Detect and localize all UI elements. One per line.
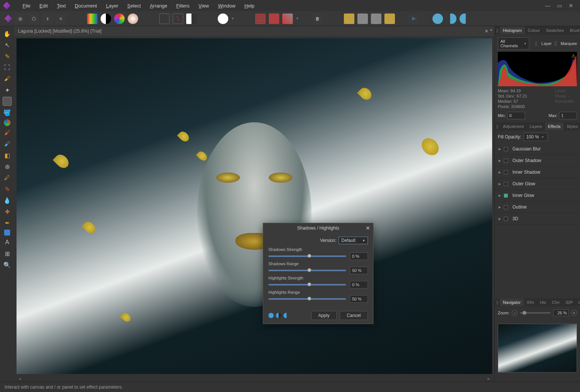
toolbar-boolean-sub-icon[interactable] bbox=[446, 14, 456, 24]
effect-checkbox[interactable] bbox=[504, 159, 508, 163]
tab-xfm[interactable]: Xfm bbox=[524, 299, 537, 306]
menu-layer[interactable]: Layer bbox=[101, 1, 123, 11]
version-dropdown[interactable]: Default▼ bbox=[339, 237, 368, 244]
effect-row-outer-glow[interactable]: ▶Outer Glow bbox=[495, 178, 580, 190]
slider-value-input[interactable] bbox=[350, 267, 368, 274]
tab-brushes[interactable]: Brushes bbox=[567, 27, 580, 34]
healing-tool-icon[interactable]: ✚ bbox=[3, 207, 12, 216]
slider-track[interactable] bbox=[268, 298, 346, 300]
fill-opacity-dropdown[interactable]: 100 %▼ bbox=[524, 133, 548, 141]
document-tab[interactable]: Laguna [Locked] [Modified] (25.8%) [Tria… bbox=[14, 26, 494, 36]
tab-his[interactable]: His bbox=[537, 299, 549, 306]
toolbar-gradient-icon[interactable] bbox=[87, 14, 98, 24]
crop-tool-icon[interactable]: ⛶ bbox=[3, 63, 12, 72]
canvas[interactable] bbox=[17, 38, 492, 374]
tab-navigator[interactable]: Navigator bbox=[500, 299, 524, 306]
toolbar-snap-dropdown[interactable]: ▼ bbox=[296, 17, 299, 20]
tab-histogram[interactable]: Histogram bbox=[500, 27, 525, 34]
max-input[interactable] bbox=[559, 112, 577, 119]
color-picker-tool-icon[interactable]: ✎ bbox=[3, 52, 12, 61]
toolbar-boolean-add-icon[interactable] bbox=[432, 14, 443, 24]
zoom-out-button[interactable]: − bbox=[512, 310, 518, 316]
slider-value-input[interactable] bbox=[350, 252, 368, 260]
horizontal-scrollbar[interactable] bbox=[17, 376, 492, 381]
toolbar-arrange-forward-icon[interactable] bbox=[357, 14, 368, 24]
marquee-checkbox[interactable] bbox=[555, 42, 556, 46]
zoom-tool-icon[interactable]: 🔍 bbox=[3, 260, 12, 269]
toolbar-deselect-icon[interactable]: ╲ bbox=[173, 14, 183, 24]
persona-liquify-icon[interactable]: ◎ bbox=[15, 14, 26, 24]
persona-export-icon[interactable]: < bbox=[56, 14, 66, 24]
min-input[interactable] bbox=[507, 112, 525, 119]
menu-text[interactable]: Text bbox=[52, 1, 70, 11]
toolbar-select-all-icon[interactable] bbox=[159, 14, 170, 24]
slider-track[interactable] bbox=[268, 270, 346, 271]
slider-track[interactable] bbox=[268, 255, 346, 257]
blur-tool-icon[interactable]: 💧 bbox=[3, 196, 12, 205]
toolbar-align-icon[interactable]: ⊫ bbox=[408, 14, 419, 24]
toolbar-invert-select-icon[interactable] bbox=[186, 14, 197, 24]
effect-row-inner-shadow[interactable]: ▶Inner Shadow bbox=[495, 167, 580, 178]
tab-swatches[interactable]: Swatches bbox=[543, 27, 567, 34]
toolbar-boolean-int-icon[interactable] bbox=[459, 14, 470, 24]
cancel-button[interactable]: Cancel bbox=[340, 311, 368, 320]
effect-checkbox[interactable] bbox=[504, 194, 508, 198]
minimize-button[interactable]: — bbox=[545, 3, 550, 9]
persona-develop-icon[interactable]: ⬡ bbox=[29, 14, 39, 24]
persona-tone-icon[interactable]: ⫴ bbox=[42, 14, 53, 24]
effect-row-inner-glow[interactable]: ▶Inner Glow bbox=[495, 190, 580, 201]
zoom-input[interactable] bbox=[553, 309, 569, 316]
tab-layers[interactable]: Layers bbox=[527, 123, 545, 130]
menu-window[interactable]: Window bbox=[214, 1, 240, 11]
toolbar-arrange-front-icon[interactable] bbox=[344, 14, 354, 24]
maximize-button[interactable]: ▭ bbox=[557, 3, 562, 9]
toolbar-snap-icon[interactable] bbox=[269, 14, 279, 24]
effect-checkbox[interactable] bbox=[504, 205, 508, 209]
toolbar-contrast-icon[interactable] bbox=[101, 14, 111, 24]
inpaint-tool-icon[interactable]: ✎ bbox=[3, 185, 12, 194]
flood-select-tool-icon[interactable]: ✦ bbox=[3, 86, 12, 95]
tab-effects[interactable]: Effects bbox=[545, 123, 563, 130]
gradient-tool-icon[interactable] bbox=[4, 119, 11, 126]
effect-checkbox[interactable] bbox=[504, 182, 508, 186]
toolbar-hue-icon[interactable] bbox=[114, 14, 125, 24]
effect-row-3d[interactable]: ▶3D bbox=[495, 213, 580, 225]
clone-tool-icon[interactable]: ⊛ bbox=[3, 162, 12, 171]
menu-view[interactable]: View bbox=[194, 1, 214, 11]
tab-colour[interactable]: Colour bbox=[525, 27, 543, 34]
effect-row-outer-shadow[interactable]: ▶Outer Shadow bbox=[495, 155, 580, 167]
slider-value-input[interactable] bbox=[350, 281, 368, 288]
zoom-slider[interactable] bbox=[520, 312, 551, 314]
apply-button[interactable]: Apply bbox=[311, 311, 337, 320]
effect-row-outline[interactable]: ▶Outline bbox=[495, 201, 580, 213]
slider-value-input[interactable] bbox=[350, 295, 368, 303]
dialog-titlebar[interactable]: Shadows / Highlights ✕ bbox=[263, 223, 373, 233]
selection-brush-tool-icon[interactable]: 🖌 bbox=[3, 74, 12, 83]
paint-mixer-tool-icon[interactable]: 🖌 bbox=[3, 140, 12, 149]
effect-row-gaussian-blur[interactable]: ▶Gaussian Blur bbox=[495, 143, 580, 155]
dodge-tool-icon[interactable]: 🖊 bbox=[3, 173, 12, 182]
tab-adjustment[interactable]: Adjustment bbox=[500, 123, 527, 130]
tab-styles[interactable]: Styles bbox=[563, 123, 580, 130]
preview-mode-split-icon[interactable] bbox=[276, 313, 281, 318]
text-tool-icon[interactable]: A bbox=[3, 238, 12, 247]
menu-file[interactable]: File bbox=[18, 1, 35, 11]
tab-chn[interactable]: Chn bbox=[549, 299, 562, 306]
zoom-in-button[interactable]: + bbox=[571, 310, 577, 316]
menu-edit[interactable]: Edit bbox=[35, 1, 52, 11]
menu-help[interactable]: Help bbox=[240, 1, 259, 11]
effect-checkbox[interactable] bbox=[504, 147, 508, 151]
channel-dropdown[interactable]: All Channels▼ bbox=[498, 38, 529, 50]
menu-arrange[interactable]: Arrange bbox=[145, 1, 172, 11]
move-tool-icon[interactable]: ↖ bbox=[3, 41, 12, 50]
navigator-thumbnail[interactable] bbox=[498, 324, 577, 372]
toolbar-quickmask-dropdown[interactable]: ▼ bbox=[231, 17, 234, 20]
slider-track[interactable] bbox=[268, 284, 346, 285]
menu-document[interactable]: Document bbox=[70, 1, 101, 11]
rectangle-tool-icon[interactable] bbox=[4, 230, 10, 236]
pen-tool-icon[interactable]: ✒ bbox=[3, 218, 12, 227]
layer-checkbox[interactable] bbox=[535, 42, 537, 46]
toolbar-soft-icon[interactable] bbox=[128, 14, 138, 24]
toolbar-assistant-icon[interactable]: 🗑 bbox=[312, 14, 323, 24]
menu-filters[interactable]: Filters bbox=[172, 1, 194, 11]
